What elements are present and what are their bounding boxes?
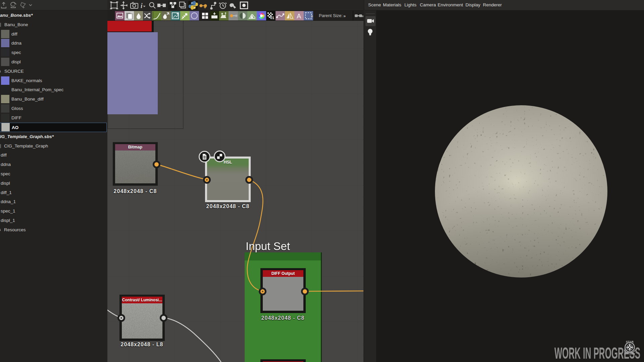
svg-text:»: »: [343, 13, 346, 18]
svg-text:01: 01: [270, 16, 274, 20]
svg-text:CITIZEN: CITIZEN: [624, 353, 635, 355]
svg-text:Parent Size:: Parent Size:: [319, 13, 343, 18]
svg-text:»: »: [361, 13, 364, 18]
svg-text:A: A: [297, 12, 301, 20]
svg-text:»: »: [311, 13, 313, 18]
svg-text:i: i: [141, 2, 143, 9]
